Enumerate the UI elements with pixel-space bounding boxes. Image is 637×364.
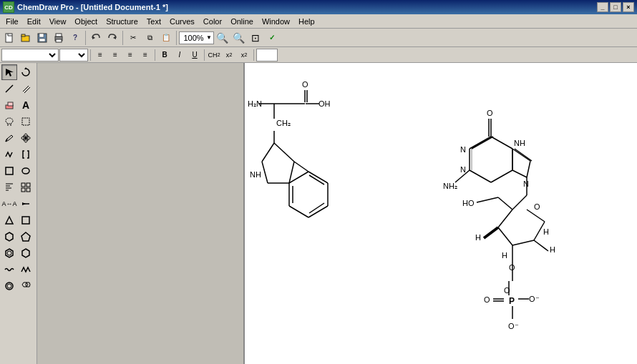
copy-button[interactable]: ⧉ bbox=[142, 31, 157, 45]
svg-rect-35 bbox=[26, 183, 30, 187]
paste-button[interactable]: 📋 bbox=[158, 31, 174, 45]
chain-tool[interactable] bbox=[1, 147, 17, 162]
open-button[interactable] bbox=[18, 31, 34, 45]
menu-window[interactable]: Window bbox=[258, 16, 294, 27]
periodic-tool[interactable] bbox=[18, 179, 34, 195]
bracket-tool[interactable] bbox=[18, 147, 34, 162]
new-button[interactable] bbox=[1, 31, 17, 45]
square-tool[interactable] bbox=[18, 212, 34, 228]
menu-view[interactable]: View bbox=[45, 16, 71, 27]
zoom-out-button[interactable]: 🔍 bbox=[231, 31, 247, 45]
redo-button[interactable] bbox=[104, 31, 120, 45]
window-controls[interactable]: _ □ × bbox=[597, 2, 634, 12]
pen-tool[interactable] bbox=[1, 130, 17, 146]
tool-row-9: A↔A bbox=[1, 196, 35, 212]
menu-object[interactable]: Object bbox=[70, 16, 102, 27]
bond-double-tool[interactable] bbox=[18, 81, 34, 97]
svg-line-109 bbox=[484, 227, 498, 238]
svg-rect-34 bbox=[21, 183, 25, 187]
italic-button[interactable]: I bbox=[172, 49, 187, 62]
menu-help[interactable]: Help bbox=[294, 16, 319, 27]
svg-text:H: H bbox=[502, 251, 507, 260]
menu-curves[interactable]: Curves bbox=[165, 16, 199, 27]
undo-button[interactable] bbox=[88, 31, 104, 45]
font-selector[interactable] bbox=[1, 49, 59, 62]
superscript-button[interactable]: x2 bbox=[237, 49, 251, 62]
tool-row-10 bbox=[1, 212, 35, 228]
svg-line-118 bbox=[477, 197, 498, 202]
bond-single-tool[interactable] bbox=[1, 81, 17, 97]
svg-marker-46 bbox=[22, 249, 29, 257]
arrow-tool[interactable] bbox=[1, 64, 17, 80]
menu-online[interactable]: Online bbox=[226, 16, 258, 27]
align-right-button[interactable]: ≡ bbox=[123, 49, 137, 62]
menu-text[interactable]: Text bbox=[142, 16, 165, 27]
help-button[interactable]: ? bbox=[67, 31, 83, 45]
atom-tool[interactable] bbox=[18, 130, 34, 146]
text-tool[interactable]: A bbox=[18, 97, 34, 113]
tool-row-13 bbox=[1, 262, 35, 277]
style-btn-1[interactable] bbox=[256, 49, 278, 62]
resize-text-tool[interactable]: A↔A bbox=[1, 196, 17, 212]
print-button[interactable] bbox=[51, 31, 67, 45]
bond-tool-2[interactable] bbox=[18, 196, 34, 212]
marquee-tool[interactable] bbox=[18, 114, 34, 129]
triangle-tool[interactable] bbox=[1, 212, 17, 228]
pentagon-tool[interactable] bbox=[18, 229, 34, 245]
cut-button[interactable]: ✂ bbox=[125, 31, 141, 45]
align-justify-button[interactable]: ≡ bbox=[138, 49, 152, 62]
svg-line-78 bbox=[289, 172, 308, 183]
svg-rect-19 bbox=[8, 102, 13, 106]
zoom-in-button[interactable]: 🔍 bbox=[215, 31, 230, 45]
lasso-tool[interactable] bbox=[1, 114, 17, 129]
align-left-button[interactable]: ≡ bbox=[93, 49, 107, 62]
svg-line-107 bbox=[527, 210, 545, 222]
toolbar-file-section: ? bbox=[1, 31, 86, 45]
maximize-button[interactable]: □ bbox=[610, 2, 621, 12]
drawing-canvas[interactable]: O OH H₂N CH₂ bbox=[245, 63, 637, 364]
svg-text:O: O bbox=[534, 202, 540, 211]
underline-button[interactable]: U bbox=[188, 49, 202, 62]
wave-tool[interactable] bbox=[1, 262, 17, 277]
svg-text:H: H bbox=[475, 233, 481, 242]
subscript-button[interactable]: CH2 bbox=[207, 49, 221, 62]
svg-line-103 bbox=[498, 210, 512, 227]
close-button[interactable]: × bbox=[623, 2, 634, 12]
template-tool[interactable] bbox=[1, 179, 17, 195]
subscript2-button[interactable]: x2 bbox=[222, 49, 236, 62]
svg-marker-39 bbox=[22, 202, 26, 205]
minimize-button[interactable]: _ bbox=[597, 2, 608, 12]
size-selector[interactable] bbox=[59, 49, 88, 62]
svg-text:N: N bbox=[460, 165, 466, 174]
tool-row-8 bbox=[1, 179, 35, 195]
hexagon-tool[interactable] bbox=[1, 229, 17, 245]
eraser-tool[interactable] bbox=[1, 97, 17, 113]
svg-text:O⁻: O⁻ bbox=[508, 322, 519, 330]
svg-line-77 bbox=[309, 203, 324, 213]
menu-structure[interactable]: Structure bbox=[102, 16, 142, 27]
fmt-sep-1 bbox=[90, 49, 91, 61]
fused-ring-tool[interactable] bbox=[18, 278, 34, 294]
svg-rect-41 bbox=[22, 217, 29, 224]
benzene-tool[interactable] bbox=[1, 245, 17, 261]
zoom-level: 100% bbox=[181, 34, 206, 42]
svg-line-88 bbox=[527, 161, 530, 177]
gray-panel bbox=[37, 63, 245, 364]
fit-button[interactable]: ⊡ bbox=[248, 31, 263, 45]
svg-line-104 bbox=[498, 227, 512, 245]
zoom-dropdown-icon[interactable]: ▼ bbox=[206, 34, 212, 41]
menu-file[interactable]: File bbox=[1, 16, 23, 27]
cyclohexane-tool[interactable] bbox=[18, 245, 34, 261]
rotate-tool[interactable] bbox=[18, 64, 34, 80]
ring-tool[interactable] bbox=[1, 278, 17, 294]
svg-point-20 bbox=[6, 118, 13, 124]
check-button[interactable]: ✓ bbox=[264, 31, 280, 45]
bold-button[interactable]: B bbox=[157, 49, 172, 62]
save-button[interactable] bbox=[34, 31, 50, 45]
align-center-button[interactable]: ≡ bbox=[108, 49, 122, 62]
menu-edit[interactable]: Edit bbox=[23, 16, 45, 27]
rectangle-tool[interactable] bbox=[1, 163, 17, 179]
oval-tool[interactable] bbox=[18, 163, 34, 179]
menu-color[interactable]: Color bbox=[199, 16, 226, 27]
zigzag-tool[interactable] bbox=[18, 262, 34, 277]
